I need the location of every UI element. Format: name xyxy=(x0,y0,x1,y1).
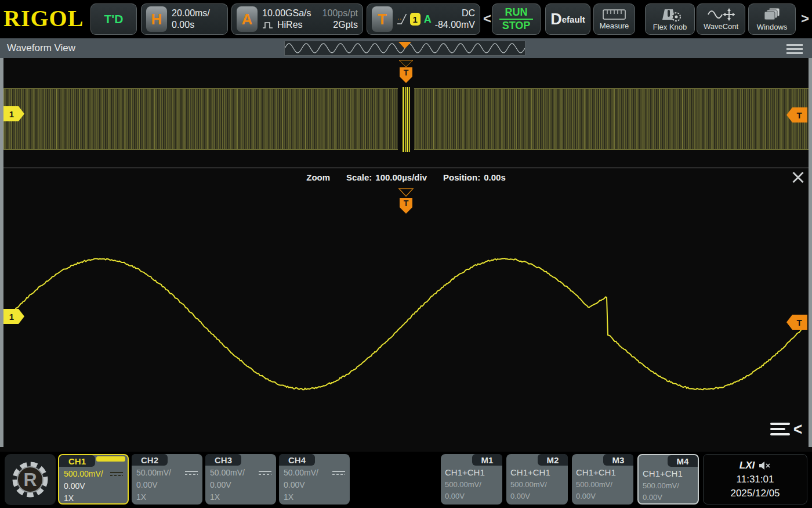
ch1-probe: 1X xyxy=(64,492,123,505)
m1-scale: 500.00mV/ xyxy=(445,479,498,491)
waveform-display-area: T 1 T Zoom Scale: 100.00µs/div Position:… xyxy=(0,58,812,452)
ch4-offset: 0.00V xyxy=(284,479,345,491)
math-box-m4[interactable]: M4 CH1+CH1 500.00mV/ 0.00V xyxy=(637,454,699,505)
lxi-label: LXI xyxy=(740,460,755,471)
waveform-overview-strip[interactable] xyxy=(284,41,525,56)
ch1-active-strip xyxy=(96,456,125,462)
toolbar-scroll-left-icon[interactable]: < xyxy=(483,10,491,27)
ch1-zoom-waveform xyxy=(0,58,812,452)
default-label-rest: efault xyxy=(562,15,585,24)
m2-scale: 500.00mV/ xyxy=(510,479,564,491)
m2-offset: 0.00V xyxy=(510,491,564,502)
rigol-logo: RIGOL xyxy=(3,6,84,31)
overview-sine-icon xyxy=(285,41,525,55)
svg-text:R: R xyxy=(23,469,37,490)
trigger-chip: T xyxy=(372,6,393,32)
ch2-scale: 50.00mV/ xyxy=(136,467,171,479)
math-box-m1[interactable]: M1 CH1+CH1 500.00mV/ 0.00V xyxy=(441,454,502,505)
windows-button[interactable]: Windows xyxy=(748,3,796,35)
wave-cont-button[interactable]: WaveCont xyxy=(697,3,745,35)
page-title: Waveform View xyxy=(7,42,75,54)
ch1-offset: 0.00V xyxy=(64,480,123,492)
ch2-tab: CH2 xyxy=(132,454,168,466)
dc-coupling-icon xyxy=(259,470,271,476)
math-box-m2[interactable]: M2 CH1+CH1 500.00mV/ 0.00V xyxy=(506,454,568,505)
horizontal-position: 0.00s xyxy=(172,19,210,31)
m4-scale: 500.00mV/ xyxy=(643,480,694,492)
sample-resolution: 100ps/pt xyxy=(322,8,358,19)
dc-coupling-icon xyxy=(332,470,345,476)
m3-scale: 500.00mV/ xyxy=(576,479,629,491)
trigger-coupling: DC xyxy=(435,8,475,19)
knob-icon xyxy=(657,7,683,22)
m2-expression: CH1+CH1 xyxy=(510,466,564,479)
memory-depth: 2Gpts xyxy=(322,19,358,31)
horizontal-scale: 20.00ms/ xyxy=(172,8,210,19)
ch1-scale: 500.00mV/ xyxy=(64,468,103,480)
trigger-level: -84.00mV xyxy=(435,19,475,31)
ch4-tab: CH4 xyxy=(279,454,315,466)
wave-cont-label: WaveCont xyxy=(704,23,738,31)
m2-tab: M2 xyxy=(538,454,568,466)
ch3-scale: 50.00mV/ xyxy=(210,467,245,479)
wave-move-icon xyxy=(707,8,735,21)
ch3-probe: 1X xyxy=(210,491,271,503)
trigger-status-label: T'D xyxy=(104,12,124,26)
run-stop-button[interactable]: RUN STOP xyxy=(492,3,541,35)
measure-button[interactable]: Measure xyxy=(593,3,635,35)
channel-box-ch1[interactable]: CH1 500.00mV/ 0.00V 1X xyxy=(58,454,129,505)
channel-box-ch4[interactable]: CH4 50.00mV/ 0.00V 1X xyxy=(279,454,350,505)
trigger-panel[interactable]: T 1 A DC -84.00mV xyxy=(367,3,480,35)
acquisition-chip: A xyxy=(237,6,258,32)
m3-expression: CH1+CH1 xyxy=(576,466,629,479)
ch2-probe: 1X xyxy=(136,491,198,503)
default-button[interactable]: Default xyxy=(545,3,590,35)
channel-box-ch2[interactable]: CH2 50.00mV/ 0.00V 1X xyxy=(132,454,202,505)
m1-tab: M1 xyxy=(472,454,502,466)
flex-knob-button[interactable]: Flex Knob xyxy=(645,3,695,35)
ch3-offset: 0.00V xyxy=(210,479,271,491)
pulse-icon xyxy=(262,20,274,30)
ruler-icon xyxy=(602,8,626,21)
sample-rate: 10.00GSa/s xyxy=(262,8,311,19)
trigger-status-button[interactable]: T'D xyxy=(90,3,137,35)
horizontal-panel[interactable]: H 20.00ms/ 0.00s xyxy=(141,3,228,35)
math-box-m3[interactable]: M3 CH1+CH1 500.00mV/ 0.00V xyxy=(572,454,633,505)
m1-expression: CH1+CH1 xyxy=(445,466,498,479)
stop-label: STOP xyxy=(502,20,531,31)
windows-icon xyxy=(762,7,782,22)
run-label: RUN xyxy=(505,7,528,18)
m4-expression: CH1+CH1 xyxy=(643,467,694,480)
rigol-gear-logo-button[interactable]: R xyxy=(5,454,56,505)
m3-tab: M3 xyxy=(603,454,633,466)
m4-offset: 0.00V xyxy=(643,492,694,503)
m3-offset: 0.00V xyxy=(576,491,629,502)
dc-coupling-icon xyxy=(110,471,123,477)
trigger-source-badge: 1 xyxy=(410,13,420,26)
windows-label: Windows xyxy=(757,23,788,31)
system-date: 2025/12/05 xyxy=(730,488,780,499)
horizontal-chip: H xyxy=(146,6,167,32)
measure-label: Measure xyxy=(600,22,629,30)
acquisition-panel[interactable]: A 10.00GSa/s HiRes 100ps/pt 2Gpts xyxy=(231,3,363,35)
top-status-bar: RIGOL T'D H 20.00ms/ 0.00s A 10.00GSa/s … xyxy=(0,0,812,38)
default-label-initial: D xyxy=(550,10,562,28)
ch4-scale: 50.00mV/ xyxy=(284,467,318,479)
ch1-tab: CH1 xyxy=(59,455,95,467)
bottom-status-bar: R CH1 500.00mV/ 0.00V 1X CH2 50.00mV/ 0.… xyxy=(0,452,812,508)
speaker-muted-icon xyxy=(758,461,771,470)
dc-coupling-icon xyxy=(185,470,198,476)
toolbar-scroll-right-icon[interactable]: > xyxy=(801,10,809,27)
menu-icon[interactable] xyxy=(786,44,803,54)
m1-offset: 0.00V xyxy=(445,491,498,502)
system-status-box[interactable]: LXI 11:31:01 2025/12/05 xyxy=(703,454,807,505)
m4-tab: M4 xyxy=(668,455,698,467)
system-time: 11:31:01 xyxy=(737,474,774,485)
ch3-tab: CH3 xyxy=(205,454,241,466)
channel-box-ch3[interactable]: CH3 50.00mV/ 0.00V 1X xyxy=(205,454,276,505)
collapse-menu-icon[interactable]: < xyxy=(770,421,802,437)
acquire-mode: HiRes xyxy=(277,19,303,31)
trigger-sweep-mode: A xyxy=(424,13,432,26)
ch4-probe: 1X xyxy=(284,491,345,503)
ch2-offset: 0.00V xyxy=(136,479,198,491)
